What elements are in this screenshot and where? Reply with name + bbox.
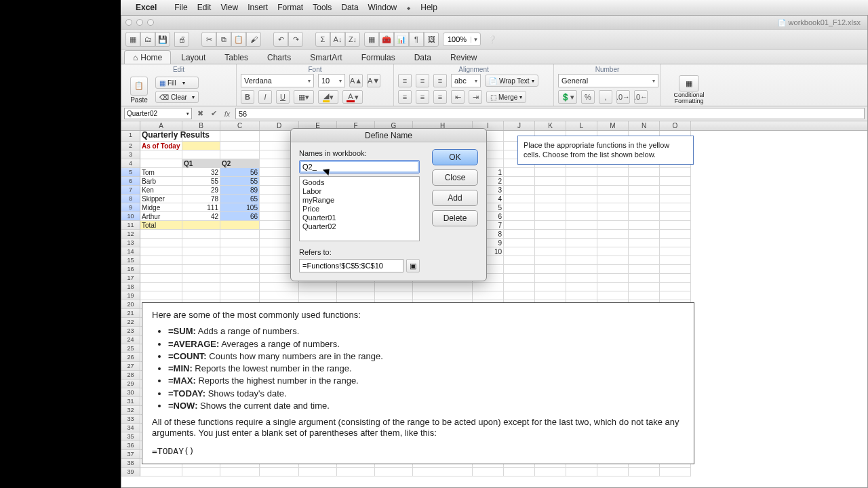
align-left-icon[interactable]: ≡ [398,90,412,104]
percent-button[interactable]: % [581,90,595,104]
cell[interactable] [535,256,566,265]
cell[interactable] [504,468,535,476]
cell[interactable] [566,195,597,203]
cell[interactable] [182,239,220,247]
wrap-text-button[interactable]: 📄Wrap Text▾ [485,75,538,87]
cell[interactable] [504,177,535,186]
row-header[interactable]: 39 [121,468,140,476]
cell[interactable] [182,283,220,291]
underline-button[interactable]: U [276,90,290,104]
cancel-formula-icon[interactable]: ✖ [195,108,205,119]
cell[interactable]: Barb [140,177,182,186]
row-header[interactable]: 26 [121,353,140,362]
help-icon[interactable]: ❔ [485,32,500,47]
row-header[interactable]: 19 [121,291,140,300]
cell[interactable] [140,239,182,247]
bold-button[interactable]: B [241,90,254,104]
cell[interactable] [140,230,182,239]
row-header[interactable]: 33 [121,415,140,424]
cell[interactable] [140,247,182,256]
menu-window[interactable]: Window [368,3,397,12]
row-header[interactable]: 24 [121,336,140,344]
cell[interactable] [220,283,260,291]
cell[interactable] [337,283,375,291]
cell[interactable] [375,468,413,476]
align-center-icon[interactable]: ≡ [416,90,429,104]
name-input[interactable] [299,160,420,174]
cell[interactable] [337,468,375,476]
cell[interactable] [660,203,691,212]
cell[interactable] [260,468,299,476]
row-header[interactable]: 31 [121,397,140,406]
cell[interactable] [535,186,566,195]
shrink-font-icon[interactable]: A▼ [367,74,380,87]
italic-button[interactable]: I [258,90,272,104]
cell[interactable] [566,468,597,476]
cell[interactable] [629,247,660,256]
cell[interactable]: 66 [220,212,260,221]
cell[interactable] [566,239,597,247]
col-header[interactable]: K [535,121,566,130]
new-icon[interactable]: ▦ [125,32,140,47]
list-item[interactable]: myRange [302,196,416,205]
cell[interactable] [535,291,566,300]
cell[interactable] [597,230,629,239]
indent-inc-icon[interactable]: ⇥ [469,90,482,104]
cell[interactable] [182,265,220,274]
cell[interactable] [660,221,691,230]
cell[interactable] [660,291,691,300]
cell[interactable] [660,468,691,476]
col-header[interactable]: B [182,121,220,130]
cell[interactable] [566,212,597,221]
cell[interactable] [629,168,660,177]
col-header[interactable]: O [660,121,691,130]
align-middle-icon[interactable]: ≡ [416,74,429,87]
col-header[interactable]: M [597,121,629,130]
row-header[interactable]: 37 [121,450,140,459]
cell[interactable] [140,159,182,168]
cell[interactable] [182,230,220,239]
row-header[interactable]: 8 [121,195,140,203]
cell[interactable] [597,221,629,230]
cell[interactable] [535,274,566,283]
gallery-icon[interactable]: ▦ [364,32,379,47]
row-header[interactable]: 3 [121,150,140,159]
cell[interactable] [629,186,660,195]
row-header[interactable]: 15 [121,256,140,265]
cell[interactable]: 42 [182,212,220,221]
row-header[interactable]: 7 [121,186,140,195]
col-header[interactable]: A [140,121,182,130]
row-header[interactable]: 30 [121,388,140,397]
row-header[interactable]: 28 [121,371,140,380]
redo-icon[interactable]: ↷ [288,32,303,47]
tab-smartart[interactable]: SmartArt [301,50,351,64]
cell[interactable] [182,221,220,230]
row-header[interactable]: 1 [121,131,140,142]
tab-charts[interactable]: Charts [258,50,300,64]
cell[interactable] [660,195,691,203]
orientation-button[interactable]: abc▾ [451,74,481,87]
cell[interactable]: 65 [220,195,260,203]
cell[interactable]: 56 [220,168,260,177]
cell[interactable]: Q2 [220,159,260,168]
cell[interactable] [220,247,260,256]
list-item[interactable]: Goods [302,178,416,187]
cell[interactable] [535,195,566,203]
menu-edit[interactable]: Edit [197,3,212,12]
row-header[interactable]: 36 [121,441,140,450]
number-format-combo[interactable]: General▾ [558,74,658,87]
cell[interactable] [504,256,535,265]
comma-button[interactable]: , [599,90,612,104]
font-name-combo[interactable]: Verdana▾ [241,74,314,87]
name-box[interactable]: Quarter02▾ [124,108,192,119]
menu-format[interactable]: Format [277,3,303,12]
row-header[interactable]: 13 [121,239,140,247]
cell[interactable] [597,177,629,186]
cell[interactable] [597,168,629,177]
row-header[interactable]: 14 [121,247,140,256]
cell[interactable]: 78 [182,195,220,203]
cell[interactable]: 55 [220,177,260,186]
cell[interactable] [597,186,629,195]
row-header[interactable]: 5 [121,168,140,177]
cell[interactable] [535,239,566,247]
